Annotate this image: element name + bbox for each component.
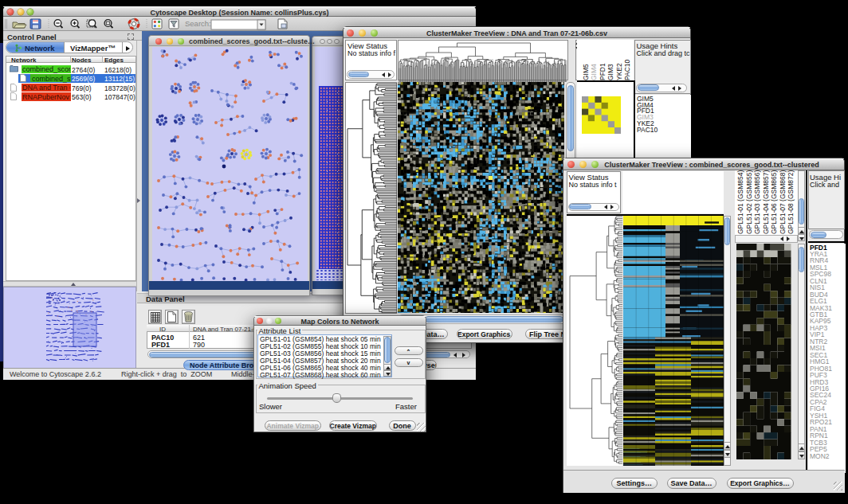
svg-text:Search:: Search: [185,19,211,28]
